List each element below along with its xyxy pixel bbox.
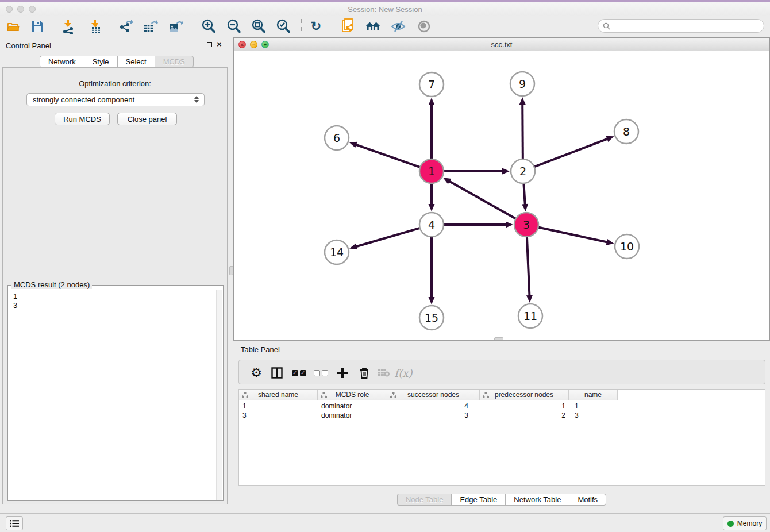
- toolbar-separator: [301, 18, 302, 34]
- graph-edge-4-14[interactable]: [356, 228, 420, 246]
- column-label: predecessor nodes: [495, 391, 553, 399]
- mcds-result-title: MCDS result (2 nodes): [11, 280, 92, 289]
- save-session-button[interactable]: [30, 19, 45, 34]
- control-panel: Control Panel × Network Style Select MCD…: [0, 37, 233, 513]
- show-graphics-details-button[interactable]: [417, 19, 432, 34]
- close-panel-icon[interactable]: ×: [217, 39, 222, 49]
- plus-icon: [337, 367, 348, 379]
- column-header-name[interactable]: name: [569, 390, 618, 400]
- zoom-fit-icon: [251, 19, 266, 34]
- delete-table-button[interactable]: [376, 365, 392, 381]
- import-network-button[interactable]: [61, 19, 76, 34]
- clone-network-button[interactable]: [341, 19, 356, 34]
- zoom-fit-button[interactable]: [251, 19, 266, 34]
- column-header-predecessor-nodes[interactable]: predecessor nodes: [480, 390, 569, 400]
- column-label: MCDS role: [336, 391, 369, 399]
- tab-node-table[interactable]: Node Table: [397, 494, 452, 506]
- zoom-selected-button[interactable]: [276, 19, 291, 34]
- graph-edge-3-10[interactable]: [538, 227, 607, 242]
- chevron-updown-icon: [194, 96, 199, 103]
- apply-layout-button[interactable]: ↻: [309, 19, 324, 34]
- export-table-button[interactable]: [143, 19, 158, 34]
- export-network-button[interactable]: [118, 19, 133, 34]
- node-label: 11: [523, 310, 537, 322]
- tab-network[interactable]: Network: [40, 56, 84, 68]
- column-header-successor-nodes[interactable]: successor nodes: [387, 390, 480, 400]
- table-row[interactable]: 1 dominator 4 1 1: [239, 402, 618, 411]
- show-column-panel-button[interactable]: [269, 365, 285, 381]
- network-window-titlebar[interactable]: × − + scc.txt: [234, 38, 769, 51]
- tab-edge-table[interactable]: Edge Table: [451, 494, 505, 506]
- edge-arrowhead: [519, 97, 526, 105]
- zoom-in-button[interactable]: [201, 19, 216, 34]
- tab-style[interactable]: Style: [84, 56, 117, 68]
- table-toolbar: ⚙ ✓✓: [238, 360, 765, 384]
- function-builder-button[interactable]: f(x): [395, 365, 411, 381]
- search-input[interactable]: [613, 21, 764, 31]
- network-canvas-container: 1234678910111415: [234, 51, 769, 340]
- clone-network-icon: [341, 18, 355, 34]
- graph-edge-2-9[interactable]: [522, 104, 523, 159]
- delete-column-button[interactable]: [356, 365, 372, 381]
- cell-shared-name: 1: [239, 402, 318, 411]
- edge-arrowhead: [522, 204, 528, 211]
- import-table-icon: [88, 19, 102, 34]
- column-label: name: [584, 391, 602, 399]
- gear-icon: ⚙: [251, 365, 262, 380]
- panel-divider-handle[interactable]: [229, 266, 233, 275]
- main-toolbar: ↻: [0, 16, 770, 36]
- column-label: shared name: [258, 391, 298, 399]
- tab-select[interactable]: Select: [117, 56, 155, 68]
- edge-arrowhead: [349, 244, 357, 250]
- table-settings-button[interactable]: ⚙: [248, 365, 264, 381]
- graph-edge-3-1[interactable]: [449, 181, 515, 219]
- import-table-button[interactable]: [88, 19, 103, 34]
- close-panel-button[interactable]: Close panel: [117, 113, 177, 125]
- criterion-dropdown[interactable]: strongly connected component: [26, 93, 205, 106]
- control-panel-tabs: Network Style Select MCDS: [0, 56, 233, 68]
- edge-arrowhead: [606, 136, 614, 142]
- deselect-all-columns-button[interactable]: [313, 365, 329, 381]
- network-list-button[interactable]: [6, 516, 23, 530]
- org-chart-icon: [390, 392, 396, 398]
- tab-motifs[interactable]: Motifs: [569, 494, 606, 506]
- mcds-result-list[interactable]: 1 3: [9, 290, 216, 500]
- float-panel-button[interactable]: [207, 42, 212, 47]
- columns-icon: [271, 367, 283, 379]
- application-window: Session: New Session: [0, 0, 770, 532]
- hide-graphics-details-button[interactable]: [391, 19, 406, 34]
- zoom-out-button[interactable]: [226, 19, 241, 34]
- result-scrollbar[interactable]: [216, 290, 222, 500]
- toolbar-separator: [113, 18, 113, 34]
- tab-mcds[interactable]: MCDS: [155, 56, 194, 68]
- column-header-mcds-role[interactable]: MCDS role: [318, 390, 387, 400]
- create-column-button[interactable]: [334, 365, 351, 381]
- node-label: 7: [428, 78, 435, 91]
- node-label: 14: [330, 246, 344, 259]
- toolbar-search[interactable]: [598, 19, 764, 33]
- trash-icon: [359, 367, 369, 379]
- edge-arrowhead: [429, 204, 435, 211]
- edge-arrowhead: [429, 98, 435, 105]
- org-chart-icon: [242, 392, 248, 398]
- eye-icon: [417, 20, 431, 33]
- network-canvas[interactable]: 1234678910111415: [234, 51, 769, 340]
- tab-network-table[interactable]: Network Table: [505, 494, 569, 506]
- export-image-button[interactable]: [168, 19, 183, 34]
- graph-edge-1-6[interactable]: [356, 145, 420, 167]
- node-label: 15: [425, 311, 438, 324]
- export-network-icon: [118, 19, 133, 34]
- memory-button[interactable]: Memory: [723, 516, 767, 530]
- cell-mcds-role: dominator: [318, 402, 387, 411]
- open-session-button[interactable]: [6, 19, 21, 34]
- result-line: 3: [13, 301, 216, 310]
- cell-mcds-role: dominator: [318, 411, 387, 420]
- column-header-shared-name[interactable]: shared name: [239, 390, 318, 400]
- graph-edge-2-8[interactable]: [534, 139, 608, 167]
- select-all-columns-button[interactable]: ✓✓: [291, 365, 307, 381]
- show-all-networks-button[interactable]: [365, 19, 380, 34]
- graph-edge-3-11[interactable]: [527, 237, 530, 296]
- run-mcds-button[interactable]: Run MCDS: [55, 113, 110, 125]
- table-row[interactable]: 3 dominator 3 2 3: [239, 411, 618, 420]
- graph-edge-2-3[interactable]: [523, 183, 525, 205]
